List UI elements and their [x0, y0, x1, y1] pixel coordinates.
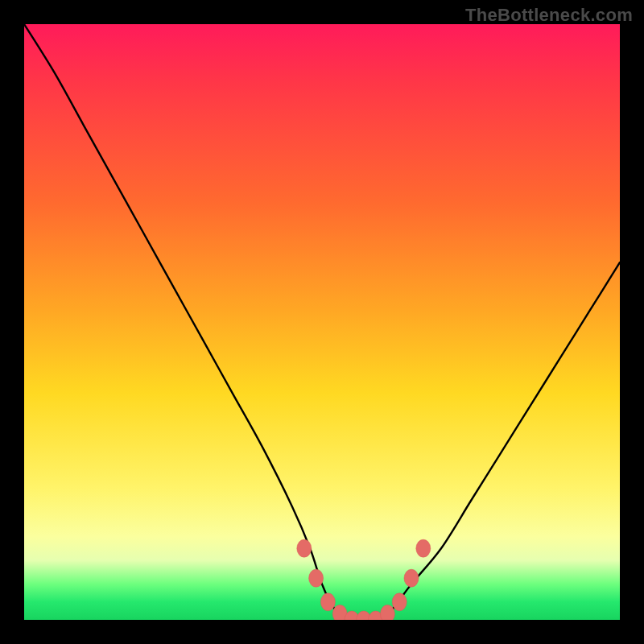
curve-marker — [380, 605, 394, 620]
curve-marker — [297, 539, 312, 557]
bottleneck-curve — [24, 24, 620, 620]
watermark-text: TheBottleneck.com — [465, 5, 633, 26]
curve-marker — [392, 593, 407, 611]
curve-layer — [24, 24, 620, 620]
chart-frame: TheBottleneck.com — [0, 0, 644, 644]
curve-marker — [416, 539, 431, 557]
plot-area — [24, 24, 620, 620]
curve-marker — [404, 569, 419, 587]
curve-marker — [309, 569, 324, 587]
curve-marker — [320, 593, 335, 611]
curve-markers — [297, 539, 431, 620]
